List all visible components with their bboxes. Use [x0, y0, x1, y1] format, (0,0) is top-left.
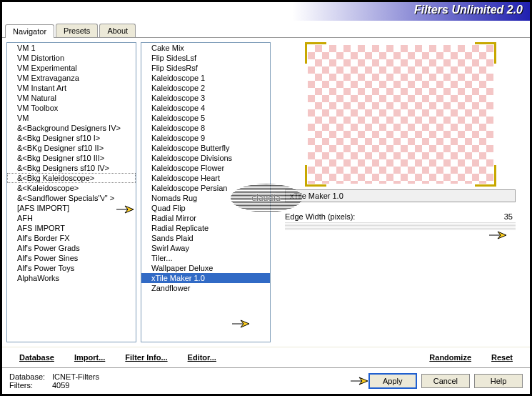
param-row: Edge Width (pixels): 35: [285, 212, 516, 221]
list-item[interactable]: Tiler...: [141, 253, 270, 263]
filter-list[interactable]: Cake MixFlip SidesLsfFlip SidesRsfKaleid…: [141, 42, 271, 342]
list-item[interactable]: Kaleidoscope Persian: [141, 183, 270, 193]
list-item[interactable]: Kaleidoscope 2: [141, 83, 270, 93]
list-item[interactable]: VM Experimental: [7, 63, 136, 73]
right-pane: xTile Maker 1.0 Edge Width (pixels): 35: [275, 42, 526, 342]
import-button[interactable]: Import...: [64, 350, 115, 365]
reset-button[interactable]: Reset: [481, 350, 523, 365]
crop-corner-br[interactable]: [475, 165, 496, 187]
tab-about[interactable]: About: [99, 24, 136, 37]
cancel-button[interactable]: Cancel: [421, 374, 470, 388]
list-item[interactable]: Cake Mix: [141, 43, 270, 53]
title-bar: Filters Unlimited 2.0: [2, 2, 530, 21]
list-item[interactable]: [AFS IMPORT]: [7, 203, 136, 213]
status-db-label: Database:: [9, 372, 52, 381]
list-item[interactable]: Flip SidesLsf: [141, 53, 270, 63]
crop-corner-bl[interactable]: [305, 165, 326, 187]
list-item[interactable]: Radial Mirror: [141, 213, 270, 223]
list-item[interactable]: Kaleidoscope 5: [141, 113, 270, 123]
help-button[interactable]: Help: [474, 374, 523, 388]
status-db-value: ICNET-Filters: [52, 372, 99, 381]
preview-wrap: [275, 42, 526, 187]
list-item[interactable]: xTile Maker 1.0: [141, 273, 270, 283]
tab-navigator[interactable]: Navigator: [5, 24, 54, 38]
list-item[interactable]: &<Sandflower Specials"v" >: [7, 193, 136, 203]
list-item[interactable]: &<BKg Designer sf10 II>: [7, 143, 136, 153]
list-item[interactable]: AFH: [7, 213, 136, 223]
randomize-button[interactable]: Randomize: [419, 350, 481, 365]
list-item[interactable]: &<Background Designers IV>: [7, 123, 136, 133]
list-item[interactable]: &<Bkg Designer sf10 I>: [7, 133, 136, 143]
category-list[interactable]: VM 1VM DistortionVM ExperimentalVM Extra…: [6, 42, 136, 342]
list-item[interactable]: &<Bkg Kaleidoscope>: [7, 173, 136, 183]
list-item[interactable]: Kaleidoscope 8: [141, 123, 270, 133]
crop-corner-tl[interactable]: [305, 42, 326, 64]
list-item[interactable]: Alf's Border FX: [7, 233, 136, 243]
param-value: 35: [487, 212, 516, 221]
list-item[interactable]: VM 1: [7, 43, 136, 53]
list-item[interactable]: Quad Flip: [141, 203, 270, 213]
list-item[interactable]: VM Instant Art: [7, 83, 136, 93]
status-left: Database: ICNET-Filters Filters: 4059: [9, 372, 364, 390]
status-bar: Database: ICNET-Filters Filters: 4059 Ap…: [2, 367, 530, 394]
list-item[interactable]: Alf's Power Toys: [7, 263, 136, 273]
list-item[interactable]: AlphaWorks: [7, 273, 136, 283]
toolbar-row: Database Import... Filter Info... Editor…: [2, 347, 530, 367]
list-item[interactable]: &<Kaleidoscope>: [7, 183, 136, 193]
list-item[interactable]: VM: [7, 113, 136, 123]
list-item[interactable]: Kaleidoscope Butterfly: [141, 143, 270, 153]
parameters: Edge Width (pixels): 35: [285, 212, 516, 231]
list-item[interactable]: Flip SidesRsf: [141, 63, 270, 73]
preview-image: [308, 45, 493, 184]
list-item[interactable]: &<Bkg Designer sf10 III>: [7, 153, 136, 163]
list-item[interactable]: Sands Plaid: [141, 233, 270, 243]
apply-button[interactable]: Apply: [368, 373, 417, 389]
param-label: Edge Width (pixels):: [285, 212, 487, 221]
list-item[interactable]: AFS IMPORT: [7, 223, 136, 233]
main-area: VM 1VM DistortionVM ExperimentalVM Extra…: [2, 38, 530, 347]
list-item[interactable]: Zandflower: [141, 283, 270, 293]
editor-button[interactable]: Editor...: [178, 350, 226, 365]
list-item[interactable]: VM Natural: [7, 93, 136, 103]
tab-presets[interactable]: Presets: [56, 24, 98, 37]
list-item[interactable]: Nomads Rug: [141, 193, 270, 203]
list-item[interactable]: Kaleidoscope 1: [141, 73, 270, 83]
filterinfo-button[interactable]: Filter Info...: [115, 350, 177, 365]
list-item[interactable]: Kaleidoscope 4: [141, 103, 270, 113]
list-item[interactable]: Swirl Away: [141, 243, 270, 253]
list-item[interactable]: Kaleidoscope Heart: [141, 173, 270, 183]
param-slider[interactable]: [285, 222, 516, 231]
list-item[interactable]: &<Bkg Designers sf10 IV>: [7, 163, 136, 173]
list-item[interactable]: Alf's Power Sines: [7, 253, 136, 263]
status-filters-label: Filters:: [9, 381, 52, 390]
tabs: Navigator Presets About: [2, 21, 530, 38]
filter-name-field: xTile Maker 1.0: [285, 189, 516, 202]
list-item[interactable]: Kaleidoscope Flower: [141, 163, 270, 173]
list-item[interactable]: Kaleidoscope 9: [141, 133, 270, 143]
app-title: Filters Unlimited 2.0: [414, 4, 523, 16]
list-item[interactable]: Radial Replicate: [141, 223, 270, 233]
list-item[interactable]: Wallpaper Deluxe: [141, 263, 270, 273]
crop-corner-tr[interactable]: [475, 42, 496, 64]
status-filters-value: 4059: [52, 381, 69, 390]
database-button[interactable]: Database: [9, 350, 64, 365]
list-item[interactable]: Kaleidoscope Divisions: [141, 153, 270, 163]
list-item[interactable]: VM Distortion: [7, 53, 136, 63]
list-item[interactable]: VM Extravaganza: [7, 73, 136, 83]
list-item[interactable]: Kaleidoscope 3: [141, 93, 270, 103]
list-item[interactable]: VM Toolbox: [7, 103, 136, 113]
list-item[interactable]: Alf's Power Grads: [7, 243, 136, 253]
